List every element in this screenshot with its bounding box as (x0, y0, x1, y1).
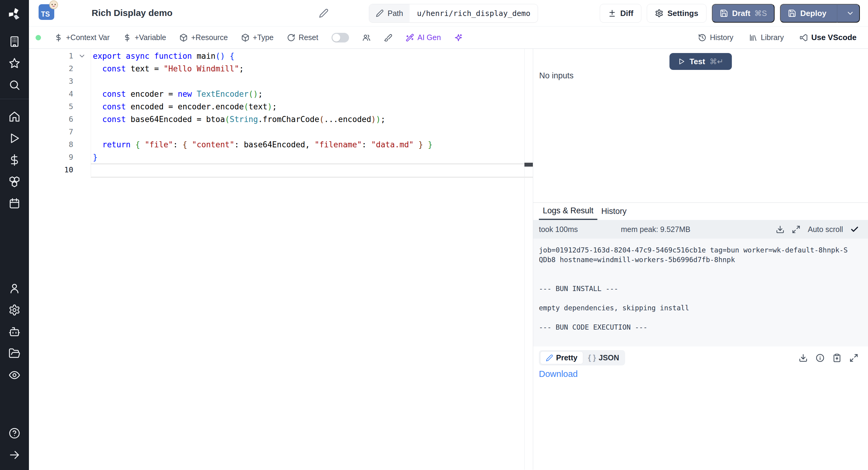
download-result-link[interactable]: Download (539, 369, 578, 379)
deploy-button[interactable]: Deploy (780, 4, 860, 23)
line-number: 2 (29, 62, 73, 75)
fold-gutter (73, 138, 91, 151)
tab-logs-result[interactable]: Logs & Result (539, 203, 597, 220)
code-line-6[interactable]: 6 const base64Encoded = btoa(String.from… (29, 113, 533, 126)
line-number: 8 (29, 138, 73, 151)
tab-history[interactable]: History (597, 203, 630, 220)
code-line-3[interactable]: 3 (29, 75, 533, 88)
code-line-8[interactable]: 8 return { "file": { "content": base64En… (29, 138, 533, 151)
history-button[interactable]: History (698, 33, 733, 42)
workers-robot-icon[interactable] (0, 321, 29, 343)
windmill-logo-icon[interactable] (7, 7, 22, 21)
code-text (91, 75, 533, 88)
path-edit-button[interactable]: Path (369, 4, 410, 22)
deploy-dropdown-button[interactable] (841, 9, 859, 18)
expand-sidebar-arrow-icon[interactable] (0, 444, 29, 466)
code-line-5[interactable]: 5 const encoded = encoder.encode(text); (29, 100, 533, 113)
fold-gutter (73, 113, 91, 126)
path-value[interactable]: u/henri/rich_display_demo (410, 4, 537, 22)
library-button[interactable]: Library (749, 33, 784, 42)
ai-gen-button[interactable]: AI Gen (406, 33, 441, 42)
multiplayer-users-icon[interactable] (362, 33, 371, 42)
download-logs-icon[interactable] (776, 225, 784, 234)
home-icon[interactable] (0, 106, 29, 127)
code-line-1[interactable]: 1export async function main() { (29, 50, 533, 62)
autoscroll-label[interactable]: Auto scroll (808, 225, 843, 234)
package-icon (179, 33, 188, 42)
left-sidebar (0, 0, 29, 470)
fold-gutter (73, 88, 91, 100)
diff-button[interactable]: Diff (600, 4, 641, 23)
fold-gutter (73, 151, 91, 164)
code-line-2[interactable]: 2 const text = "Hello Windmill"; (29, 62, 533, 75)
editor-toolbar: +Context Var +Variable +Resource +Type R… (29, 27, 868, 49)
add-variable-button[interactable]: +Variable (123, 33, 166, 42)
users-person-icon[interactable] (0, 278, 29, 299)
autoscroll-check-icon[interactable] (850, 225, 859, 234)
run-stats-bar: took 100ms mem peak: 9.527MB Auto scroll (533, 220, 868, 239)
vscode-icon (800, 33, 808, 42)
test-section: Test ⌘↵ No inputs (533, 49, 868, 202)
script-path-field[interactable]: Path u/henri/rich_display_demo (369, 4, 538, 23)
add-context-var-button[interactable]: +Context Var (54, 33, 110, 42)
code-text: const encoded = encoder.encode(text); (91, 100, 533, 113)
dollar-icon (123, 33, 131, 42)
schedules-calendar-icon[interactable] (0, 192, 29, 214)
code-line-4[interactable]: 4 const encoder = new TextEncoder(); (29, 88, 533, 100)
expand-logs-icon[interactable] (792, 225, 801, 234)
folders-icon[interactable] (0, 343, 29, 364)
copy-clipboard-icon[interactable] (832, 353, 841, 363)
duration-label: took 100ms (539, 225, 621, 234)
chevron-down-icon (846, 9, 855, 18)
sparkles-icon[interactable] (454, 33, 463, 42)
line-number: 10 (29, 164, 73, 176)
json-view-button[interactable]: { } JSON (583, 352, 624, 364)
page-title: Rich Display demo (92, 8, 173, 18)
code-line-9[interactable]: 9} (29, 151, 533, 164)
favorites-star-icon[interactable] (0, 53, 29, 74)
deploy-split-divider (837, 4, 837, 23)
pen-icon (546, 354, 553, 362)
fold-gutter (73, 75, 91, 88)
test-button[interactable]: Test ⌘↵ (670, 53, 732, 70)
help-icon[interactable] (0, 422, 29, 444)
download-result-icon[interactable] (799, 353, 808, 363)
braces-icon: { } (588, 353, 596, 362)
line-number: 5 (29, 100, 73, 113)
diff-mode-toggle[interactable] (332, 33, 349, 42)
reset-button[interactable]: Reset (287, 33, 318, 42)
fold-chevron-icon[interactable] (73, 50, 91, 62)
scrollbar-cursor-marker (524, 163, 533, 167)
code-line-10[interactable]: 10 (29, 164, 533, 176)
code-text: } (91, 151, 533, 164)
pretty-view-button[interactable]: Pretty (540, 351, 583, 364)
play-icon (678, 58, 685, 65)
use-vscode-button[interactable]: Use VScode (800, 33, 857, 42)
add-resource-button[interactable]: +Resource (179, 33, 228, 42)
topbar-actions: Diff Settings Draft ⌘S Deploy (600, 4, 860, 23)
edit-summary-pencil-icon[interactable] (319, 8, 329, 18)
search-icon[interactable] (0, 74, 29, 96)
workspace-building-icon[interactable] (0, 31, 29, 53)
add-type-button[interactable]: +Type (241, 33, 274, 42)
settings-button[interactable]: Settings (647, 4, 707, 23)
fold-gutter (73, 126, 91, 138)
format-brush-icon[interactable] (384, 33, 393, 42)
library-icon (749, 33, 757, 42)
history-clock-icon (698, 33, 707, 42)
expand-result-icon[interactable] (849, 353, 858, 363)
info-icon[interactable] (815, 353, 825, 363)
draft-button[interactable]: Draft ⌘S (712, 4, 775, 23)
line-number: 9 (29, 151, 73, 164)
code-text: const base64Encoded = btoa(String.fromCh… (91, 113, 533, 126)
content-split: 1export async function main() {2 const t… (29, 49, 868, 470)
runs-play-icon[interactable] (0, 127, 29, 149)
audit-eye-icon[interactable] (0, 364, 29, 386)
variables-dollar-icon[interactable] (0, 149, 29, 171)
code-editor[interactable]: 1export async function main() {2 const t… (29, 49, 533, 470)
settings-gear-icon[interactable] (0, 299, 29, 321)
dollar-icon (54, 33, 63, 42)
resources-boxes-icon[interactable] (0, 171, 29, 192)
script-language-badge: TS (38, 4, 54, 20)
code-line-7[interactable]: 7 (29, 126, 533, 138)
